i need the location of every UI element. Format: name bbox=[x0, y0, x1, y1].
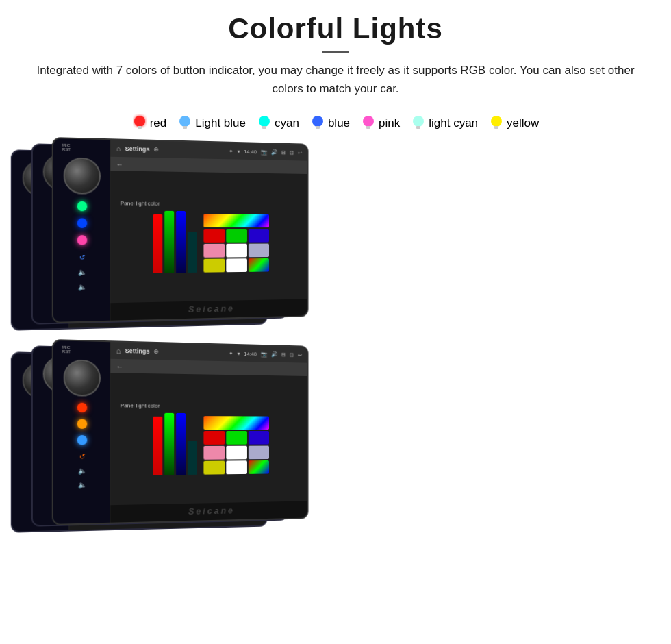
svg-point-6 bbox=[312, 116, 323, 127]
color-label-yellow: yellow bbox=[507, 116, 539, 130]
bottom-device-front: MICRST ↺ 🔈 🔈 ⌂ Settings ⊕ ✦ bbox=[52, 339, 309, 525]
svg-rect-3 bbox=[183, 126, 187, 129]
page-container: Colorful Lights Integrated with 7 colors… bbox=[0, 0, 671, 644]
color-label-blue: blue bbox=[328, 116, 350, 130]
page-title: Colorful Lights bbox=[14, 12, 657, 45]
svg-point-8 bbox=[363, 116, 374, 127]
color-indicator-row: red Light blue cyan blue bbox=[0, 114, 671, 132]
color-item-red: red bbox=[132, 114, 167, 132]
svg-point-2 bbox=[179, 116, 190, 127]
color-label-lightcyan: light cyan bbox=[429, 116, 478, 130]
color-item-lightblue: Light blue bbox=[177, 114, 246, 132]
svg-rect-11 bbox=[416, 126, 420, 129]
red-bulb-icon bbox=[132, 114, 147, 132]
pink-bulb-icon bbox=[361, 114, 376, 132]
header-section: Colorful Lights Integrated with 7 colors… bbox=[0, 0, 671, 105]
lightcyan-bulb-icon bbox=[411, 114, 426, 132]
yellow-bulb-icon bbox=[489, 114, 504, 132]
svg-point-12 bbox=[491, 116, 502, 127]
svg-point-4 bbox=[259, 116, 270, 127]
watermark-top: Seicane bbox=[110, 299, 307, 321]
panel-light-label-bottom: Panel light color bbox=[121, 403, 160, 410]
color-label-red: red bbox=[150, 116, 167, 130]
svg-rect-5 bbox=[262, 126, 266, 129]
color-label-pink: pink bbox=[379, 116, 400, 130]
bottom-unit-row: ↺ ⊟ ⊟ ↺ ⊟ ⊟ bbox=[7, 343, 664, 548]
svg-rect-1 bbox=[138, 126, 142, 129]
top-device-front: MICRST ↺ 🔈 🔈 ⌂ Settings ⊕ ✦ bbox=[52, 137, 309, 323]
blue-bulb-icon bbox=[310, 114, 325, 132]
color-label-cyan: cyan bbox=[275, 116, 299, 130]
color-label-lightblue: Light blue bbox=[195, 116, 246, 130]
color-item-yellow: yellow bbox=[489, 114, 539, 132]
lightblue-bulb-icon bbox=[177, 114, 192, 132]
description-text: Integrated with 7 colors of button indic… bbox=[27, 61, 644, 98]
color-item-cyan: cyan bbox=[257, 114, 299, 132]
color-item-blue: blue bbox=[310, 114, 350, 132]
title-divider bbox=[322, 51, 349, 53]
svg-point-0 bbox=[134, 116, 145, 127]
svg-rect-7 bbox=[316, 126, 320, 129]
svg-point-10 bbox=[413, 116, 424, 127]
color-item-pink: pink bbox=[361, 114, 400, 132]
panel-light-label-top: Panel light color bbox=[121, 201, 160, 208]
cyan-bulb-icon bbox=[257, 114, 272, 132]
svg-rect-13 bbox=[494, 126, 498, 129]
watermark-bottom: Seicane bbox=[110, 501, 307, 523]
top-unit-row: ↺ ⊟ ⊟ ↺ ⊟ ⊟ bbox=[7, 140, 664, 343]
color-item-lightcyan: light cyan bbox=[411, 114, 478, 132]
svg-rect-9 bbox=[366, 126, 370, 129]
